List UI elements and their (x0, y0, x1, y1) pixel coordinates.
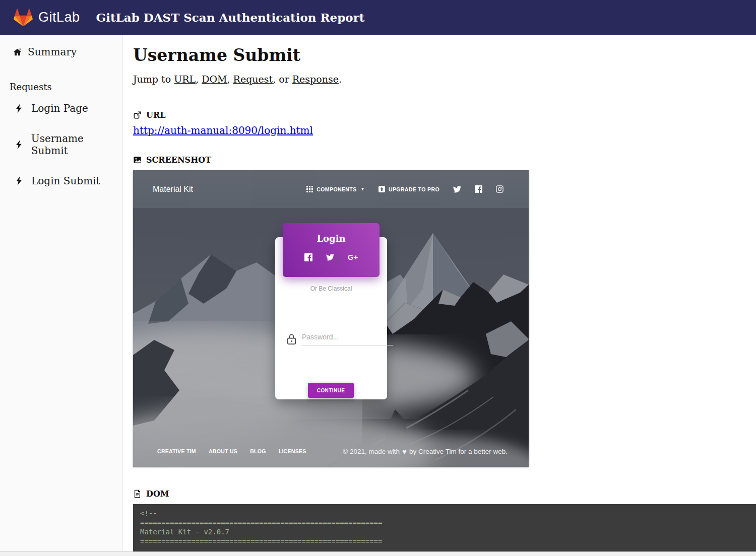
sidebar-item-label: Login Submit (31, 175, 100, 187)
password-input (302, 331, 393, 345)
continue-button: CONTINUE (308, 383, 354, 398)
sidebar-item-label: Username Submit (31, 132, 122, 157)
upgrade-to-pro: UPGRADE TO PRO (379, 186, 439, 192)
screenshot-image: Material Kit COMPONENTS ▼ (133, 170, 529, 467)
components-label: COMPONENTS (317, 186, 356, 192)
facebook-icon (304, 253, 312, 261)
screenshot-section-header: SCREENSHOT (133, 155, 756, 165)
login-card-header: Login G+ (283, 223, 380, 277)
url-section-header: URL (133, 110, 756, 120)
components-menu: COMPONENTS ▼ (306, 186, 365, 192)
scanned-url-link[interactable]: http://auth-manual:8090/login.html (133, 124, 313, 136)
footer-link: LICENSES (279, 448, 306, 454)
heart-icon: ♥ (402, 447, 407, 456)
bolt-icon (16, 140, 22, 149)
document-icon (133, 490, 142, 498)
app-header: GitLab GitLab DAST Scan Authentication R… (0, 0, 756, 35)
sidebar-item-label: Summary (28, 46, 77, 58)
copyright-prefix: © 2021, made with (343, 448, 400, 455)
materialkit-footer: CREATIVE TIM ABOUT US BLOG LICENSES © 20… (133, 436, 529, 467)
jump-prefix: Jump to (133, 74, 174, 85)
sidebar-item-login-page[interactable]: Login Page (0, 102, 122, 114)
bolt-icon (16, 176, 22, 185)
chevron-down-icon: ▼ (361, 187, 365, 191)
copyright-suffix: by Creative Tim for a better web. (409, 448, 508, 455)
home-icon (13, 48, 22, 56)
sidebar: Summary Requests Login Page Username Sub… (0, 35, 122, 551)
url-section-label: URL (146, 110, 166, 120)
jump-link-request[interactable]: Request (233, 74, 273, 85)
sidebar-item-label: Login Page (31, 102, 88, 114)
password-row (286, 331, 376, 345)
upgrade-label: UPGRADE TO PRO (389, 186, 439, 192)
dom-section-label: DOM (146, 489, 169, 499)
bolt-icon (16, 104, 22, 113)
page-title: Username Submit (133, 45, 756, 65)
footer-link: ABOUT US (209, 448, 237, 454)
or-be-classical-text: Or Be Classical (275, 285, 387, 292)
materialkit-brand: Material Kit (153, 185, 193, 194)
external-link-icon (133, 111, 142, 119)
gitlab-logo-icon (13, 8, 33, 27)
login-title: Login (317, 233, 345, 244)
sidebar-section-requests: Requests (0, 82, 122, 92)
jump-sep: , (196, 74, 202, 85)
sidebar-item-summary[interactable]: Summary (0, 46, 122, 58)
image-icon (133, 156, 142, 164)
footer-link: BLOG (250, 448, 266, 454)
twitter-icon (326, 253, 334, 261)
sidebar-item-login-submit[interactable]: Login Submit (0, 175, 122, 187)
facebook-icon (475, 185, 482, 193)
gitlab-brand-text: GitLab (38, 10, 80, 25)
dom-section-header: DOM (133, 489, 756, 499)
twitter-icon (453, 186, 461, 193)
grid-icon (306, 186, 313, 192)
horizontal-scrollbar[interactable] (0, 551, 756, 556)
screenshot-section-label: SCREENSHOT (146, 155, 211, 165)
jump-link-dom[interactable]: DOM (202, 74, 227, 85)
main-content: Username Submit Jump to URL, DOM, Reques… (122, 35, 756, 551)
upgrade-icon (379, 186, 385, 192)
jump-link-response[interactable]: Response (292, 74, 339, 85)
jump-link-url[interactable]: URL (174, 74, 196, 85)
materialkit-navbar: Material Kit COMPONENTS ▼ (133, 170, 529, 208)
jump-end: . (339, 74, 342, 85)
dom-code-block[interactable]: <!-- ===================================… (133, 504, 756, 556)
footer-copyright: © 2021, made with ♥ by Creative Tim for … (343, 447, 508, 456)
googleplus-icon: G+ (348, 253, 358, 261)
sidebar-item-username-submit[interactable]: Username Submit (0, 132, 122, 157)
instagram-icon (496, 185, 503, 193)
jump-sep: , (227, 74, 233, 85)
footer-link: CREATIVE TIM (157, 448, 196, 454)
jump-sep: , or (273, 74, 292, 85)
report-title: GitLab DAST Scan Authentication Report (96, 11, 365, 24)
lock-icon (286, 333, 297, 345)
jump-to-line: Jump to URL, DOM, Request, or Response. (133, 74, 756, 85)
